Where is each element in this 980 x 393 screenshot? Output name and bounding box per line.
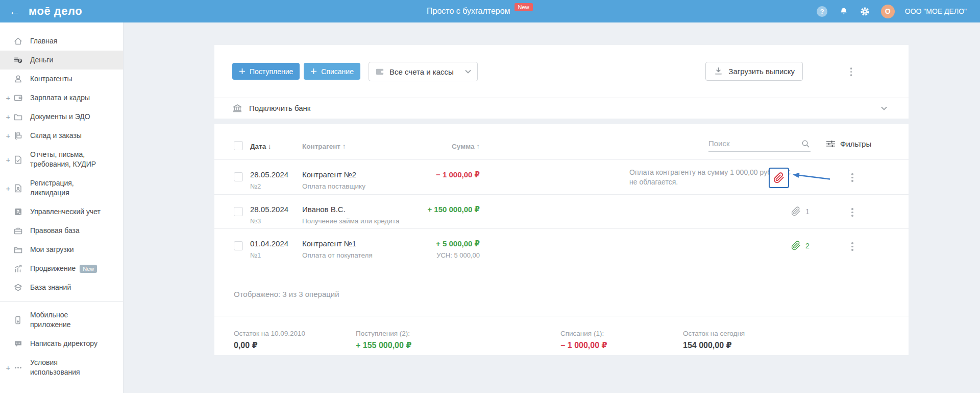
paperclip-icon-red — [773, 172, 785, 183]
attachments[interactable]: 2 — [791, 241, 810, 250]
counterparty-name[interactable]: Контрагент №2 — [302, 170, 356, 179]
row-checkbox[interactable] — [234, 172, 243, 181]
row-kebab-menu[interactable] — [849, 240, 855, 253]
summary-label: Остаток на 10.09.2010 — [234, 330, 305, 337]
sidebar-divider — [0, 301, 123, 302]
sidebar-item-label: Мобильное приложение — [30, 310, 108, 330]
sidebar-item-home[interactable]: Главная — [0, 32, 123, 51]
sidebar-item-contractors[interactable]: Контрагенты — [0, 70, 123, 88]
download-icon — [714, 66, 723, 76]
upload-statement-label: Загрузить выписку — [728, 67, 795, 76]
sidebar-item-label: Деньги — [30, 55, 53, 65]
back-arrow-icon[interactable]: ← — [9, 6, 20, 17]
toolbar-kebab-menu[interactable] — [848, 65, 854, 78]
connect-bank-label: Подключить банк — [249, 104, 310, 112]
money-icon — [13, 55, 23, 65]
attachment-highlight-box[interactable] — [769, 168, 789, 188]
search-input[interactable] — [708, 137, 795, 149]
sidebar-item-registration[interactable]: + Регистрация, ликвидация — [0, 174, 123, 202]
sidebar-item-promotion[interactable]: Продвижение New — [0, 259, 123, 278]
upload-statement-button[interactable]: Загрузить выписку — [705, 62, 803, 81]
connect-bank-row[interactable]: Подключить банк — [214, 98, 909, 118]
operation-date: 28.05.2024 — [250, 170, 288, 179]
sidebar-item-reports[interactable]: + Отчеты, письма, требования, КУДИР — [0, 145, 123, 174]
search-field — [708, 137, 811, 152]
operation-date: 01.04.2024 — [250, 239, 288, 248]
downloads-folder-icon — [13, 245, 23, 255]
summary-label: Списания (1): — [560, 330, 607, 337]
operation-type: Оплата от покупателя — [302, 251, 373, 259]
salary-icon — [13, 93, 23, 103]
mobile-app-icon — [13, 315, 23, 325]
row-checkbox[interactable] — [234, 207, 243, 216]
app-logo[interactable]: моē дело — [29, 5, 82, 18]
row-kebab-menu[interactable] — [849, 206, 855, 219]
tagline-text: Просто с бухгалтером — [427, 7, 510, 16]
sidebar-item-salary-hr[interactable]: + Зарплата и кадры — [0, 88, 123, 107]
operation-number: №3 — [250, 217, 261, 225]
sidebar-item-label: Отчеты, письма, требования, КУДИР — [30, 150, 108, 169]
sidebar-item-money[interactable]: Деньги — [0, 51, 123, 70]
avatar[interactable]: O — [881, 5, 895, 18]
sidebar-item-knowledge-base[interactable]: База знаний — [0, 278, 123, 297]
shown-info-row: Отображено: 3 из 3 операций — [214, 266, 909, 316]
toolbar-card: Поступление Списание Все счета и кассы З… — [214, 45, 909, 119]
knowledge-base-icon — [13, 283, 23, 292]
sidebar-item-legal-base[interactable]: Правовая база — [0, 221, 123, 240]
operation-amount: − 1 000,00 ₽ — [388, 170, 480, 179]
company-name[interactable]: ООО "МОЕ ДЕЛО" — [905, 7, 967, 15]
table-row[interactable]: 28.05.2024 №2 Контрагент №2 Оплата поста… — [214, 159, 909, 194]
sidebar-item-mobile-app[interactable]: Мобильное приложение — [0, 306, 123, 334]
expense-button[interactable]: Списание — [304, 63, 360, 80]
sidebar-item-label: Зарплата и кадры — [30, 93, 90, 103]
expand-plus: + — [3, 94, 13, 102]
sidebar-item-documents-edo[interactable]: + Документы и ЭДО — [0, 107, 123, 126]
search-icon[interactable] — [801, 139, 811, 151]
sidebar-item-label: База знаний — [30, 283, 71, 292]
warehouse-icon — [13, 131, 23, 141]
row-kebab-menu[interactable] — [849, 171, 855, 184]
plus-icon — [310, 68, 317, 75]
table-row[interactable]: 01.04.2024 №1 Контрагент №1 Оплата от по… — [214, 228, 909, 266]
column-header-counterparty[interactable]: Контрагент ↑ — [302, 143, 346, 150]
promotion-new-badge: New — [80, 265, 97, 273]
accounts-select[interactable]: Все счета и кассы — [369, 62, 478, 81]
sidebar-item-terms[interactable]: + Условия использования — [0, 353, 123, 382]
summary-value: − 1 000,00 ₽ — [560, 340, 607, 350]
sidebar-item-label: Написать директору — [30, 339, 97, 349]
sidebar-item-warehouse-orders[interactable]: + Склад и заказы — [0, 126, 123, 145]
settings-gear-icon[interactable] — [860, 6, 871, 17]
filters-label: Фильтры — [840, 140, 871, 148]
summary-value: 0,00 ₽ — [234, 340, 305, 350]
sidebar-item-management-accounting[interactable]: Управленческий учет — [0, 202, 123, 221]
attachments[interactable]: 1 — [791, 206, 810, 216]
notifications-bell-icon[interactable] — [838, 6, 849, 17]
sidebar-item-label: Правовая база — [30, 226, 80, 236]
income-button[interactable]: Поступление — [232, 63, 300, 80]
summary-label: Поступления (2): — [356, 330, 411, 337]
filters-button[interactable]: Фильтры — [826, 140, 871, 148]
sidebar-item-write-director[interactable]: Написать директору — [0, 334, 123, 353]
column-header-date[interactable]: Дата ↓ — [250, 143, 272, 150]
summary-label: Остаток на сегодня — [683, 330, 745, 337]
attachments-count: 2 — [805, 242, 810, 250]
counterparty-name[interactable]: Иванов В.С. — [302, 205, 346, 214]
paperclip-icon — [791, 241, 801, 250]
expand-plus: + — [3, 363, 13, 372]
sidebar-item-my-downloads[interactable]: Мои загрузки — [0, 240, 123, 259]
paperclip-icon — [791, 206, 801, 216]
select-all-checkbox[interactable] — [234, 141, 243, 150]
operation-amount: + 150 000,00 ₽ — [388, 205, 480, 214]
header-right: ? O ООО "МОЕ ДЕЛО" — [817, 0, 967, 22]
help-icon[interactable]: ? — [817, 6, 828, 17]
sidebar-item-label: Условия использования — [30, 358, 108, 377]
table-row[interactable]: 28.05.2024 №3 Иванов В.С. Получение займ… — [214, 194, 909, 228]
expand-plus: + — [3, 184, 13, 193]
sidebar: Главная Деньги Контрагенты + Зарплата и … — [0, 22, 124, 393]
column-header-amount[interactable]: Сумма ↑ — [388, 143, 480, 150]
sidebar-item-label: Управленческий учет — [30, 207, 101, 217]
row-checkbox[interactable] — [234, 241, 243, 250]
sidebar-item-label: Склад и заказы — [30, 131, 82, 141]
counterparty-name[interactable]: Контрагент №1 — [302, 239, 356, 248]
documents-folder-icon — [13, 112, 23, 122]
